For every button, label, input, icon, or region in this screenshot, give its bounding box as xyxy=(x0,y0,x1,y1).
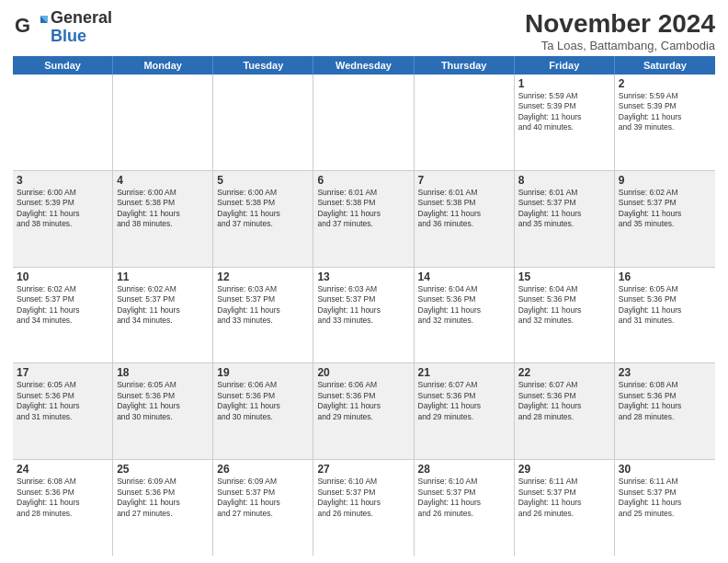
cal-cell xyxy=(415,75,515,170)
header: G General Blue November 2024 Ta Loas, Ba… xyxy=(13,9,715,52)
day-info: Sunrise: 6:05 AM Sunset: 5:36 PM Dayligh… xyxy=(619,284,711,327)
day-number: 26 xyxy=(217,463,309,476)
cal-header-wednesday: Wednesday xyxy=(313,56,414,75)
day-info: Sunrise: 6:01 AM Sunset: 5:38 PM Dayligh… xyxy=(418,188,510,230)
cal-cell: 12Sunrise: 6:03 AM Sunset: 5:37 PM Dayli… xyxy=(213,268,313,363)
cal-cell: 21Sunrise: 6:07 AM Sunset: 5:36 PM Dayli… xyxy=(415,363,515,459)
day-number: 30 xyxy=(619,463,711,476)
logo-text: General Blue xyxy=(51,9,112,46)
day-number: 10 xyxy=(17,270,108,283)
day-info: Sunrise: 6:00 AM Sunset: 5:38 PM Dayligh… xyxy=(217,188,309,230)
day-info: Sunrise: 6:02 AM Sunset: 5:37 PM Dayligh… xyxy=(117,284,209,327)
day-info: Sunrise: 6:10 AM Sunset: 5:37 PM Dayligh… xyxy=(418,477,510,519)
day-number: 3 xyxy=(17,174,108,187)
day-number: 7 xyxy=(418,174,510,187)
day-info: Sunrise: 5:59 AM Sunset: 5:39 PM Dayligh… xyxy=(518,91,610,133)
day-number: 5 xyxy=(217,174,309,187)
cal-week-3: 10Sunrise: 6:02 AM Sunset: 5:37 PM Dayli… xyxy=(13,268,715,364)
day-info: Sunrise: 6:03 AM Sunset: 5:37 PM Dayligh… xyxy=(317,284,409,327)
day-number: 27 xyxy=(317,463,409,476)
cal-cell: 15Sunrise: 6:04 AM Sunset: 5:36 PM Dayli… xyxy=(515,268,615,363)
cal-cell: 9Sunrise: 6:02 AM Sunset: 5:37 PM Daylig… xyxy=(615,171,715,267)
cal-cell: 5Sunrise: 6:00 AM Sunset: 5:38 PM Daylig… xyxy=(213,171,313,267)
day-number: 24 xyxy=(17,463,108,476)
title-area: November 2024 Ta Loas, Battambang, Cambo… xyxy=(525,9,715,52)
page: G General Blue November 2024 Ta Loas, Ba… xyxy=(0,0,728,563)
day-number: 19 xyxy=(217,366,309,379)
cal-week-2: 3Sunrise: 6:00 AM Sunset: 5:39 PM Daylig… xyxy=(13,171,715,268)
day-number: 2 xyxy=(619,77,711,90)
day-info: Sunrise: 6:11 AM Sunset: 5:37 PM Dayligh… xyxy=(619,477,711,519)
cal-cell: 16Sunrise: 6:05 AM Sunset: 5:36 PM Dayli… xyxy=(615,268,715,363)
day-info: Sunrise: 6:03 AM Sunset: 5:37 PM Dayligh… xyxy=(217,284,309,327)
day-info: Sunrise: 6:10 AM Sunset: 5:37 PM Dayligh… xyxy=(317,477,409,519)
logo-blue: Blue xyxy=(51,28,112,46)
day-number: 22 xyxy=(518,366,610,379)
day-number: 25 xyxy=(117,463,209,476)
day-number: 6 xyxy=(317,174,409,187)
day-number: 8 xyxy=(518,174,610,187)
day-info: Sunrise: 6:07 AM Sunset: 5:36 PM Dayligh… xyxy=(518,380,610,422)
cal-cell: 6Sunrise: 6:01 AM Sunset: 5:38 PM Daylig… xyxy=(313,171,414,267)
cal-header-sunday: Sunday xyxy=(13,56,113,75)
day-info: Sunrise: 6:04 AM Sunset: 5:36 PM Dayligh… xyxy=(518,284,610,327)
cal-cell: 27Sunrise: 6:10 AM Sunset: 5:37 PM Dayli… xyxy=(313,460,414,556)
day-info: Sunrise: 6:01 AM Sunset: 5:38 PM Dayligh… xyxy=(317,188,409,230)
logo-general: General xyxy=(51,9,112,28)
day-number: 20 xyxy=(317,366,409,379)
day-info: Sunrise: 6:07 AM Sunset: 5:36 PM Dayligh… xyxy=(418,380,510,422)
day-number: 1 xyxy=(518,77,610,90)
day-number: 14 xyxy=(418,270,510,283)
day-number: 29 xyxy=(518,463,610,476)
cal-cell: 4Sunrise: 6:00 AM Sunset: 5:38 PM Daylig… xyxy=(113,171,213,267)
cal-header-saturday: Saturday xyxy=(615,56,715,75)
day-info: Sunrise: 6:11 AM Sunset: 5:37 PM Dayligh… xyxy=(518,477,610,519)
day-number: 11 xyxy=(117,270,209,283)
day-info: Sunrise: 6:06 AM Sunset: 5:36 PM Dayligh… xyxy=(217,380,309,422)
calendar-subtitle: Ta Loas, Battambang, Cambodia xyxy=(525,39,715,52)
day-number: 13 xyxy=(317,270,409,283)
day-number: 9 xyxy=(619,174,711,187)
cal-cell: 11Sunrise: 6:02 AM Sunset: 5:37 PM Dayli… xyxy=(113,268,213,363)
calendar-header-row: SundayMondayTuesdayWednesdayThursdayFrid… xyxy=(13,56,715,75)
day-info: Sunrise: 5:59 AM Sunset: 5:39 PM Dayligh… xyxy=(619,91,711,133)
cal-cell: 30Sunrise: 6:11 AM Sunset: 5:37 PM Dayli… xyxy=(615,460,715,556)
cal-header-thursday: Thursday xyxy=(415,56,515,75)
cal-week-1: 1Sunrise: 5:59 AM Sunset: 5:39 PM Daylig… xyxy=(13,75,715,171)
day-info: Sunrise: 6:08 AM Sunset: 5:36 PM Dayligh… xyxy=(17,477,108,519)
cal-cell xyxy=(13,75,113,170)
day-number: 21 xyxy=(418,366,510,379)
calendar-title: November 2024 xyxy=(525,9,715,39)
cal-cell: 25Sunrise: 6:09 AM Sunset: 5:36 PM Dayli… xyxy=(113,460,213,556)
logo: G General Blue xyxy=(13,9,112,46)
day-number: 18 xyxy=(117,366,209,379)
cal-cell xyxy=(113,75,213,170)
cal-cell: 28Sunrise: 6:10 AM Sunset: 5:37 PM Dayli… xyxy=(415,460,515,556)
cal-cell: 19Sunrise: 6:06 AM Sunset: 5:36 PM Dayli… xyxy=(213,363,313,459)
cal-cell: 23Sunrise: 6:08 AM Sunset: 5:36 PM Dayli… xyxy=(615,363,715,459)
cal-cell: 13Sunrise: 6:03 AM Sunset: 5:37 PM Dayli… xyxy=(313,268,414,363)
day-info: Sunrise: 6:06 AM Sunset: 5:36 PM Dayligh… xyxy=(317,380,409,422)
cal-header-tuesday: Tuesday xyxy=(213,56,313,75)
cal-cell: 1Sunrise: 5:59 AM Sunset: 5:39 PM Daylig… xyxy=(515,75,615,170)
cal-cell: 10Sunrise: 6:02 AM Sunset: 5:37 PM Dayli… xyxy=(13,268,113,363)
cal-week-4: 17Sunrise: 6:05 AM Sunset: 5:36 PM Dayli… xyxy=(13,363,715,460)
cal-cell: 24Sunrise: 6:08 AM Sunset: 5:36 PM Dayli… xyxy=(13,460,113,556)
cal-cell xyxy=(313,75,414,170)
day-info: Sunrise: 6:08 AM Sunset: 5:36 PM Dayligh… xyxy=(619,380,711,422)
cal-cell: 20Sunrise: 6:06 AM Sunset: 5:36 PM Dayli… xyxy=(313,363,414,459)
cal-cell: 26Sunrise: 6:09 AM Sunset: 5:37 PM Dayli… xyxy=(213,460,313,556)
cal-header-friday: Friday xyxy=(515,56,615,75)
cal-cell: 2Sunrise: 5:59 AM Sunset: 5:39 PM Daylig… xyxy=(615,75,715,170)
cal-cell: 14Sunrise: 6:04 AM Sunset: 5:36 PM Dayli… xyxy=(415,268,515,363)
day-info: Sunrise: 6:01 AM Sunset: 5:37 PM Dayligh… xyxy=(518,188,610,230)
day-number: 12 xyxy=(217,270,309,283)
day-number: 4 xyxy=(117,174,209,187)
day-info: Sunrise: 6:04 AM Sunset: 5:36 PM Dayligh… xyxy=(418,284,510,327)
cal-cell: 29Sunrise: 6:11 AM Sunset: 5:37 PM Dayli… xyxy=(515,460,615,556)
day-info: Sunrise: 6:02 AM Sunset: 5:37 PM Dayligh… xyxy=(619,188,711,230)
day-number: 23 xyxy=(619,366,711,379)
day-number: 28 xyxy=(418,463,510,476)
day-info: Sunrise: 6:05 AM Sunset: 5:36 PM Dayligh… xyxy=(117,380,209,422)
cal-cell xyxy=(213,75,313,170)
